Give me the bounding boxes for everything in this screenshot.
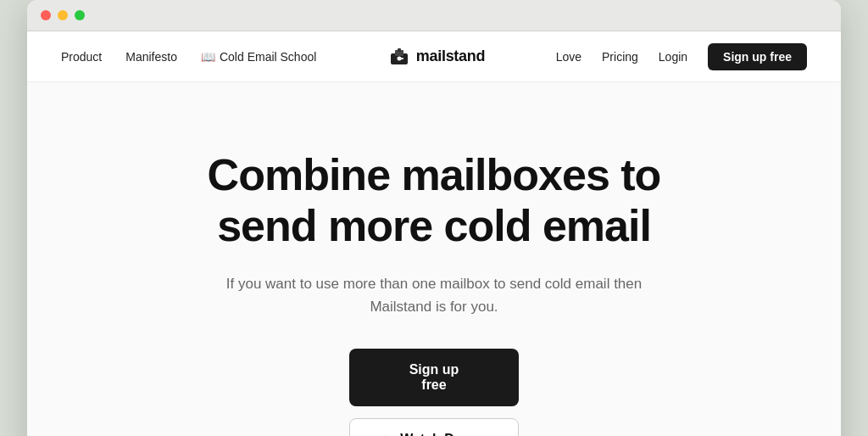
nav-cold-email-school[interactable]: 📖 Cold Email School [201, 50, 316, 64]
nav-love[interactable]: Love [556, 50, 581, 64]
nav-cold-email-label: Cold Email School [220, 50, 316, 64]
hero-signup-button[interactable]: Sign up free [349, 349, 519, 406]
hero-subtitle: If you want to use more than one mailbox… [197, 272, 671, 318]
nav-manifesto[interactable]: Manifesto [125, 50, 177, 64]
nav-pricing[interactable]: Pricing [602, 50, 638, 64]
browser-content: Product Manifesto 📖 Cold Email School m [27, 31, 841, 436]
svg-rect-2 [398, 48, 401, 52]
hero-section: Combine mailboxes to send more cold emai… [27, 82, 841, 436]
traffic-light-green[interactable] [75, 10, 85, 20]
nav-logo[interactable]: mailstand [387, 45, 485, 69]
book-icon: 📖 [201, 50, 215, 64]
svg-rect-4 [399, 58, 403, 59]
logo-text: mailstand [416, 48, 485, 65]
hero-title-line2: send more cold email [217, 201, 651, 250]
nav-product[interactable]: Product [61, 50, 102, 64]
watch-demo-label: Watch Demo [400, 432, 481, 436]
browser-window: Product Manifesto 📖 Cold Email School m [27, 0, 841, 436]
nav-signup-button[interactable]: Sign up free [708, 43, 807, 70]
traffic-light-red[interactable] [41, 10, 51, 20]
nav-left: Product Manifesto 📖 Cold Email School [61, 50, 316, 64]
hero-title-line1: Combine mailboxes to [208, 150, 661, 199]
hero-watch-demo-button[interactable]: ▶ Watch Demo [349, 418, 519, 436]
nav-login[interactable]: Login [659, 50, 687, 64]
hero-title: Combine mailboxes to send more cold emai… [208, 150, 661, 252]
traffic-light-yellow[interactable] [58, 10, 68, 20]
mailstand-logo-icon [387, 45, 411, 69]
navbar: Product Manifesto 📖 Cold Email School m [27, 31, 841, 82]
hero-buttons: Sign up free ▶ Watch Demo [349, 349, 519, 436]
browser-titlebar [27, 0, 841, 31]
nav-right: Love Pricing Login Sign up free [556, 43, 807, 70]
